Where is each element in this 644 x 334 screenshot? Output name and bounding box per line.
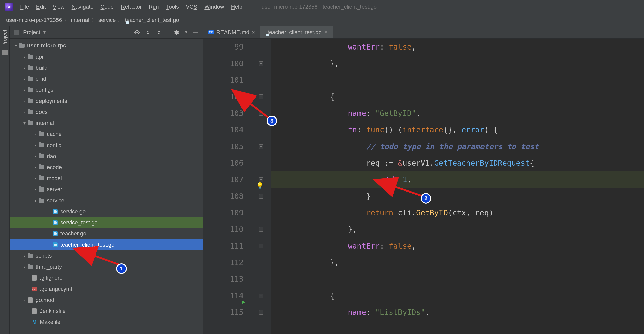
tree-label: config [47, 142, 62, 149]
tree-folder-internal[interactable]: ▾internal [10, 118, 203, 129]
project-tree[interactable]: ▾ user-micro-rpc ›api ›build ›cmd ›confi… [10, 39, 203, 334]
tree-label: third_party [36, 264, 62, 270]
menu-view[interactable]: View [53, 4, 64, 10]
tree-folder-model[interactable]: ›model [10, 173, 203, 184]
chevron-right-icon: 〉 [116, 17, 125, 23]
menu-file[interactable]: File [20, 4, 29, 10]
folder-icon [38, 154, 45, 159]
fold-marker-icon[interactable] [259, 310, 263, 315]
tree-label: server [47, 186, 62, 193]
tree-file-golangci-yml[interactable]: YML.golangci.yml [10, 283, 203, 295]
tree-file-go-mod[interactable]: ›go.mod [10, 295, 203, 306]
hide-icon[interactable]: — [192, 29, 199, 36]
chevron-right-icon: › [22, 298, 27, 303]
menu-tools[interactable]: Tools [166, 4, 179, 10]
tree-label: model [47, 175, 62, 182]
chevron-right-icon: › [22, 65, 27, 71]
chevron-right-icon: › [22, 76, 27, 82]
rail-project-tab[interactable]: Project [2, 30, 8, 47]
tree-file-jenkinsfile[interactable]: Jenkinsfile [10, 306, 203, 317]
tree-label: Makefile [40, 319, 60, 325]
tree-folder-scripts[interactable]: ›scripts [10, 250, 203, 261]
collapse-all-icon[interactable] [156, 29, 163, 36]
line-number: 103 [203, 105, 247, 122]
tree-folder-configs[interactable]: ›configs [10, 84, 203, 96]
close-icon[interactable]: × [252, 29, 255, 36]
tree-file-service-go[interactable]: service.go [10, 206, 203, 217]
tree-folder-service[interactable]: ▾service [10, 195, 203, 206]
folder-icon [27, 120, 34, 126]
code-line: // todo type in the parameters to test [271, 138, 644, 155]
folder-icon [38, 165, 45, 170]
crumb-internal[interactable]: internal [71, 17, 89, 23]
sidebar-title[interactable]: Project ▼ [23, 29, 46, 36]
tree-folder-third-party[interactable]: ›third_party [10, 261, 203, 272]
tree-file-teacher-go[interactable]: teacher.go [10, 228, 203, 239]
fold-marker-icon[interactable] [259, 244, 263, 248]
menu-vcs[interactable]: VCS [186, 4, 197, 10]
tree-label: user-micro-rpc [27, 42, 66, 49]
line-number: 115 [203, 304, 247, 321]
fold-marker-icon[interactable] [259, 194, 263, 199]
go-file-icon [52, 220, 58, 225]
tab-label: teacher_client_test.go [268, 29, 322, 36]
menu-navigate[interactable]: Navigate [72, 4, 94, 10]
tree-file-makefile[interactable]: MMakefile [10, 317, 203, 328]
run-test-icon[interactable]: ▶ [242, 294, 245, 310]
tree-folder-build[interactable]: ›build [10, 62, 203, 73]
menu-code[interactable]: Code [101, 4, 114, 10]
crumb-root[interactable]: user-micro-rpc-172356 [6, 17, 62, 23]
rail-folder-icon[interactable] [2, 50, 8, 55]
chevron-right-icon: › [22, 54, 27, 60]
crumb-file[interactable]: teacher_client_test.go [125, 17, 179, 23]
fold-marker-icon[interactable] [259, 94, 263, 99]
tree-folder-server[interactable]: ›server [10, 184, 203, 195]
tab-readme[interactable]: MD README.md × [203, 26, 260, 38]
code-viewport[interactable]: wantErr: false, }, { name: "GetByID", fn… [271, 39, 644, 334]
tree-folder-docs[interactable]: ›docs [10, 107, 203, 118]
close-icon[interactable]: × [324, 29, 328, 36]
crumb-service[interactable]: service [98, 17, 116, 23]
run-test-icon[interactable]: ▶ [242, 94, 245, 111]
fold-marker-icon[interactable] [259, 227, 263, 232]
tree-folder-config[interactable]: ›config [10, 140, 203, 151]
fold-marker-icon[interactable] [259, 61, 263, 66]
intention-bulb-icon[interactable]: 💡 [256, 177, 264, 194]
line-number: 101 [203, 72, 247, 88]
tree-file-service-test-go[interactable]: service_test.go [10, 217, 203, 228]
folder-icon [27, 264, 34, 270]
tree-label: docs [36, 109, 47, 115]
expand-all-icon[interactable] [145, 29, 152, 36]
tree-folder-dao[interactable]: ›dao [10, 151, 203, 162]
tab-teacher-client-test[interactable]: teacher_client_test.go × [260, 26, 333, 38]
menu-help[interactable]: Help [231, 4, 243, 10]
tree-folder-deployments[interactable]: ›deployments [10, 96, 203, 107]
menu-run[interactable]: Run [149, 4, 159, 10]
tree-label: service.go [60, 208, 86, 215]
code-line-current: Id: 1, [271, 171, 644, 188]
tree-file-gitignore[interactable]: .gitignore [10, 272, 203, 283]
tree-label: .golangci.yml [40, 286, 72, 292]
tab-label: README.md [216, 29, 249, 36]
tree-label: go.mod [36, 297, 54, 303]
tree-label: cmd [36, 76, 46, 82]
menu-refactor[interactable]: Refactor [121, 4, 142, 10]
menu-edit[interactable]: Edit [36, 4, 46, 10]
code-editor[interactable]: 99 100 101 102 103 104 105 106 107 108 1… [203, 39, 644, 334]
locate-icon[interactable] [134, 29, 141, 36]
tree-folder-cache[interactable]: ›cache [10, 129, 203, 140]
tree-label: service [47, 197, 64, 204]
tree-label: cache [47, 131, 62, 137]
fold-marker-icon[interactable] [259, 144, 263, 149]
fold-marker-icon[interactable] [259, 111, 263, 116]
folder-icon [38, 142, 45, 148]
gear-icon[interactable] [173, 29, 180, 36]
tree-root[interactable]: ▾ user-micro-rpc [10, 40, 203, 51]
menu-window[interactable]: Window [204, 4, 224, 10]
tree-file-teacher-client-test-go[interactable]: teacher_client_test.go [10, 239, 203, 250]
fold-marker-icon[interactable] [259, 294, 263, 298]
line-number: 111 [203, 238, 247, 254]
tree-folder-api[interactable]: ›api [10, 51, 203, 62]
tree-folder-ecode[interactable]: ›ecode [10, 162, 203, 173]
tree-folder-cmd[interactable]: ›cmd [10, 73, 203, 84]
